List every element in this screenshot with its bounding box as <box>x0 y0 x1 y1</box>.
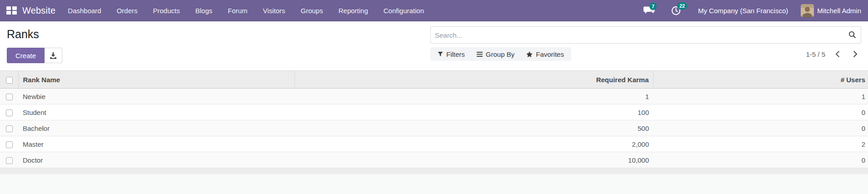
required-karma-cell[interactable]: 10,000 <box>294 152 653 168</box>
main-menu: Dashboard Orders Products Blogs Forum Vi… <box>60 0 432 21</box>
page-title: Ranks <box>7 28 62 41</box>
menu-item-products[interactable]: Products <box>145 0 188 21</box>
filter-funnel-icon <box>438 51 443 57</box>
ranks-table: Rank Name Required Karma # Users Newbie … <box>0 70 868 168</box>
required-karma-cell[interactable]: 500 <box>294 120 653 136</box>
column-header-rank-name[interactable]: Rank Name <box>18 71 294 89</box>
row-checkbox-cell[interactable] <box>0 104 18 120</box>
export-button[interactable] <box>45 48 62 63</box>
search-options-row: Filters Group By Favorites <box>430 47 861 61</box>
select-all-checkbox-cell[interactable] <box>0 71 18 89</box>
rank-name-cell[interactable]: Master <box>18 136 294 152</box>
row-checkbox-cell[interactable] <box>0 136 18 152</box>
chevron-left-icon[interactable] <box>834 49 840 59</box>
navbar-right: 7 22 My Company (San Francisco) Mi <box>637 4 861 17</box>
pager-range: 1-5 / 5 <box>806 50 825 58</box>
column-header-users[interactable]: # Users <box>653 71 868 89</box>
column-header-required-karma[interactable]: Required Karma <box>294 71 653 89</box>
menu-item-orders[interactable]: Orders <box>109 0 145 21</box>
row-checkbox-cell[interactable] <box>0 152 18 168</box>
required-karma-cell[interactable]: 100 <box>294 104 653 120</box>
table-row[interactable]: Doctor 10,000 0 <box>0 152 868 168</box>
users-cell[interactable]: 1 <box>653 89 868 104</box>
star-icon <box>526 51 533 57</box>
activities-badge: 22 <box>677 2 687 10</box>
filters-button[interactable]: Filters <box>432 47 471 61</box>
avatar <box>801 4 814 17</box>
rank-name-cell[interactable]: Bachelor <box>18 120 294 136</box>
rank-name-cell[interactable]: Newbie <box>18 89 294 104</box>
required-karma-cell[interactable]: 2,000 <box>294 136 653 152</box>
table-row[interactable]: Newbie 1 1 <box>0 89 868 104</box>
download-icon <box>50 52 57 59</box>
top-navbar: Website Dashboard Orders Products Blogs … <box>0 0 868 21</box>
required-karma-cell[interactable]: 1 <box>294 89 653 104</box>
filter-group: Filters Group By Favorites <box>430 47 571 61</box>
table-header-row: Rank Name Required Karma # Users <box>0 71 868 89</box>
chevron-right-icon[interactable] <box>853 49 858 59</box>
pager: 1-5 / 5 <box>806 49 861 59</box>
users-cell[interactable]: 0 <box>653 120 868 136</box>
control-panel: Ranks Create <box>0 21 868 63</box>
menu-item-visitors[interactable]: Visitors <box>255 0 293 21</box>
menu-item-configuration[interactable]: Configuration <box>376 0 432 21</box>
menu-item-reporting[interactable]: Reporting <box>331 0 376 21</box>
table-row[interactable]: Student 100 0 <box>0 104 868 120</box>
table-footer-band <box>0 168 868 174</box>
menu-item-blogs[interactable]: Blogs <box>188 0 220 21</box>
search-input[interactable] <box>430 26 861 44</box>
checkbox[interactable] <box>6 94 13 100</box>
checkbox[interactable] <box>6 109 13 116</box>
favorites-label: Favorites <box>536 50 564 58</box>
checkbox[interactable] <box>6 157 13 164</box>
messages-badge: 7 <box>649 3 657 10</box>
menu-item-groups[interactable]: Groups <box>293 0 331 21</box>
content-background <box>0 174 868 194</box>
table-row[interactable]: Bachelor 500 0 <box>0 120 868 136</box>
rank-name-cell[interactable]: Student <box>18 104 294 120</box>
checkbox[interactable] <box>6 77 13 84</box>
pager-nav <box>834 49 858 59</box>
app-name[interactable]: Website <box>22 5 55 16</box>
action-buttons: Create <box>7 48 62 63</box>
group-by-icon <box>477 52 483 57</box>
search-icon[interactable] <box>848 31 856 39</box>
row-checkbox-cell[interactable] <box>0 120 18 136</box>
user-menu[interactable]: Mitchell Admin <box>801 4 861 17</box>
messages-button[interactable]: 7 <box>644 6 655 15</box>
menu-item-dashboard[interactable]: Dashboard <box>60 0 109 21</box>
checkbox[interactable] <box>6 141 13 148</box>
user-name: Mitchell Admin <box>817 7 861 15</box>
row-checkbox-cell[interactable] <box>0 89 18 104</box>
menu-item-forum[interactable]: Forum <box>220 0 255 21</box>
filters-label: Filters <box>446 50 465 58</box>
table-row[interactable]: Master 2,000 2 <box>0 136 868 152</box>
checkbox[interactable] <box>6 125 13 132</box>
group-by-label: Group By <box>486 50 514 58</box>
users-cell[interactable]: 0 <box>653 104 868 120</box>
apps-grid-icon[interactable] <box>6 6 16 15</box>
company-switcher[interactable]: My Company (San Francisco) <box>698 7 788 15</box>
activities-button[interactable]: 22 <box>671 6 681 15</box>
favorites-button[interactable]: Favorites <box>520 47 570 61</box>
group-by-button[interactable]: Group By <box>471 47 520 61</box>
control-panel-right: Filters Group By Favorites <box>430 26 861 63</box>
rank-name-cell[interactable]: Doctor <box>18 152 294 168</box>
users-cell[interactable]: 0 <box>653 152 868 168</box>
users-cell[interactable]: 2 <box>653 136 868 152</box>
control-panel-left: Ranks Create <box>7 26 62 63</box>
search-box <box>430 26 861 44</box>
create-button[interactable]: Create <box>7 48 45 63</box>
